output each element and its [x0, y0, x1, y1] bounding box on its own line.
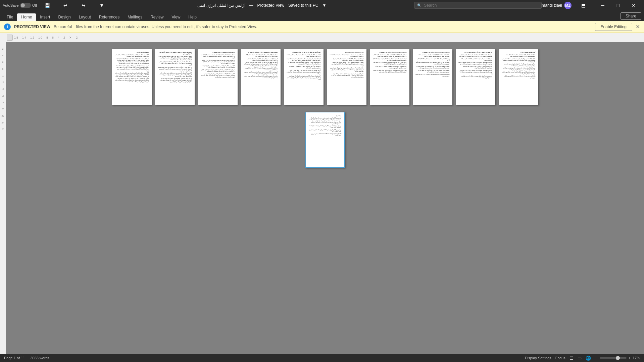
- zoom-slider-thumb[interactable]: [616, 356, 620, 360]
- title-bar-center: آژانس بین المللی انرژی اتمی — Protected …: [109, 3, 414, 8]
- status-left: Page 1 of 11 3083 words: [4, 356, 49, 360]
- document-page-4: وضعیت کنونی برنامه هسته ای ایران و چالش …: [241, 49, 281, 105]
- document-page-5: نقش آژانس بین المللی انرژی اتمی در نظارت…: [284, 49, 324, 105]
- tab-references[interactable]: References: [95, 13, 123, 21]
- ruler-corner-button[interactable]: [7, 35, 13, 41]
- user-avatar: MZ: [564, 2, 572, 9]
- title-bar-right: mahdi ziaei MZ ⬒ ─ □ ✕: [542, 0, 641, 11]
- minimize-button[interactable]: ─: [595, 0, 610, 11]
- tab-view[interactable]: View: [168, 13, 185, 21]
- tab-home[interactable]: Home: [17, 13, 36, 21]
- zoom-in-button[interactable]: +: [629, 356, 631, 360]
- autosave-toggle[interactable]: AutoSave Off: [3, 3, 37, 8]
- tab-insert[interactable]: Insert: [36, 13, 54, 21]
- ruler-area: 18 14 12 10 8 6 4 2 ✕ 2: [0, 33, 644, 42]
- enable-editing-button[interactable]: Enable Editing: [595, 23, 632, 31]
- tab-layout[interactable]: Layout: [75, 13, 95, 21]
- protected-bar: i PROTECTED VIEW Be careful—files from t…: [0, 21, 644, 33]
- save-button[interactable]: 💾: [40, 0, 55, 11]
- page-4-content: وضعیت کنونی برنامه هسته ای ایران و چالش …: [241, 49, 281, 105]
- ruler-scale: 18 14 12 10 8 6 4 2 ✕ 2: [14, 36, 78, 39]
- document-page-2: فعالیت های هسته ای جمهوری اسلامی ایران و…: [155, 49, 195, 105]
- document-page-3: برنامه جامع اقدام مشترک و توافق هسته ای …: [198, 49, 238, 105]
- ribbon-tabs: File Home Insert Design Layout Reference…: [0, 11, 644, 21]
- page-6-content: Atomic Energy Organization of Iran سازما…: [327, 49, 366, 105]
- close-protected-bar-button[interactable]: ✕: [636, 23, 640, 30]
- protected-message: Be careful—files from the Internet can c…: [54, 24, 592, 29]
- search-input[interactable]: [424, 3, 539, 8]
- document-page-6: Atomic Energy Organization of Iran سازما…: [327, 49, 366, 105]
- document-page-8: Atomic Energy Commission (اتحادیه انرژی …: [413, 49, 452, 105]
- document-area: بسم الله الرحمن الرحيم آژانس بین المللی …: [6, 42, 644, 354]
- view-mode-label: Protected View: [257, 3, 285, 8]
- main-content: 2 4 6 8 10 12 14 16 18 20 22 24 26 بسم ا…: [0, 42, 644, 354]
- save-status: Saved to this PC: [288, 3, 318, 8]
- page-7-content: Atomic Energy Commission (اتحادیه انرژی …: [370, 49, 409, 105]
- page-1-content: بسم الله الرحمن الرحيم آژانس بین المللی …: [112, 49, 152, 105]
- tab-review[interactable]: Review: [146, 13, 167, 21]
- title-bar-left: AutoSave Off 💾 ↩ ↪ ▼: [3, 0, 109, 11]
- zoom-slider[interactable]: [600, 357, 627, 359]
- protected-icon: i: [4, 23, 11, 30]
- web-layout-icon[interactable]: 🌐: [586, 356, 591, 361]
- ribbon-display-button[interactable]: ⬒: [576, 0, 591, 11]
- autosave-switch[interactable]: [20, 3, 31, 8]
- search-bar[interactable]: 🔍: [414, 2, 542, 9]
- search-icon: 🔍: [417, 3, 422, 8]
- document-page-7: Atomic Energy Commission (اتحادیه انرژی …: [370, 49, 409, 105]
- page-11-content: نتیجه گیری آژانس بین المللی انرژی اتمی و…: [306, 112, 344, 167]
- save-dropdown[interactable]: ▼: [322, 3, 326, 8]
- document-page-10: آینده دیپلماسی هسته ای ایران با توجه به …: [499, 49, 538, 105]
- zoom-control: ─ + 17%: [595, 356, 640, 360]
- undo-button[interactable]: ↩: [58, 0, 73, 11]
- page-10-content: آینده دیپلماسی هسته ای ایران با توجه به …: [499, 49, 538, 105]
- page-info: Page 1 of 11: [4, 356, 25, 360]
- print-layout-icon[interactable]: ▭: [578, 356, 582, 361]
- page-3-content: برنامه جامع اقدام مشترک و توافق هسته ای …: [198, 49, 238, 105]
- vertical-ruler: 2 4 6 8 10 12 14 16 18 20 22 24 26: [0, 42, 6, 354]
- tab-file[interactable]: File: [3, 13, 17, 21]
- document-page-1: بسم الله الرحمن الرحيم آژانس بین المللی …: [112, 49, 152, 105]
- page-row-2: نتیجه گیری آژانس بین المللی انرژی اتمی و…: [305, 112, 345, 168]
- view-mode: —: [249, 3, 253, 8]
- close-button[interactable]: ✕: [626, 0, 641, 11]
- autosave-label: AutoSave: [3, 3, 19, 7]
- focus-mode[interactable]: Focus: [555, 356, 565, 360]
- page-9-content: تحریم های بین المللی و تاثیر آن بر برنام…: [456, 49, 495, 105]
- zoom-level: 17%: [633, 356, 640, 360]
- doc-title: آژانس بین المللی انرژی اتمی: [197, 3, 245, 8]
- page-2-content: فعالیت های هسته ای جمهوری اسلامی ایران و…: [155, 49, 195, 105]
- read-mode-icon[interactable]: ☰: [569, 356, 574, 361]
- tab-help[interactable]: Help: [184, 13, 201, 21]
- title-bar: AutoSave Off 💾 ↩ ↪ ▼ آژانس بین المللی ان…: [0, 0, 644, 11]
- zoom-out-button[interactable]: ─: [595, 356, 598, 360]
- display-settings[interactable]: Display Settings: [525, 356, 551, 360]
- status-right: Display Settings Focus ☰ ▭ 🌐 ─ + 17%: [525, 356, 640, 361]
- word-count: 3083 words: [30, 356, 49, 360]
- page-8-content: Atomic Energy Commission (اتحادیه انرژی …: [413, 49, 452, 105]
- redo-button[interactable]: ↪: [76, 0, 91, 11]
- user-initials: MZ: [565, 3, 571, 7]
- window-controls: ─ □ ✕: [595, 0, 641, 11]
- page-5-content: نقش آژانس بین المللی انرژی اتمی در نظارت…: [284, 49, 324, 105]
- maximize-button[interactable]: □: [610, 0, 626, 11]
- page-row-1: بسم الله الرحمن الرحيم آژانس بین المللی …: [112, 49, 538, 105]
- user-name: mahdi ziaei: [542, 3, 562, 8]
- user-info: mahdi ziaei MZ: [542, 2, 572, 9]
- customize-button[interactable]: ▼: [94, 0, 109, 11]
- document-page-11: نتیجه گیری آژانس بین المللی انرژی اتمی و…: [305, 112, 345, 168]
- document-page-9: تحریم های بین المللی و تاثیر آن بر برنام…: [456, 49, 495, 105]
- tab-mailings[interactable]: Mailings: [123, 13, 146, 21]
- tab-design[interactable]: Design: [54, 13, 75, 21]
- protected-label: PROTECTED VIEW: [14, 24, 50, 29]
- autosave-state: Off: [32, 3, 37, 7]
- status-bar: Page 1 of 11 3083 words Display Settings…: [0, 354, 644, 362]
- share-button[interactable]: Share: [621, 12, 641, 20]
